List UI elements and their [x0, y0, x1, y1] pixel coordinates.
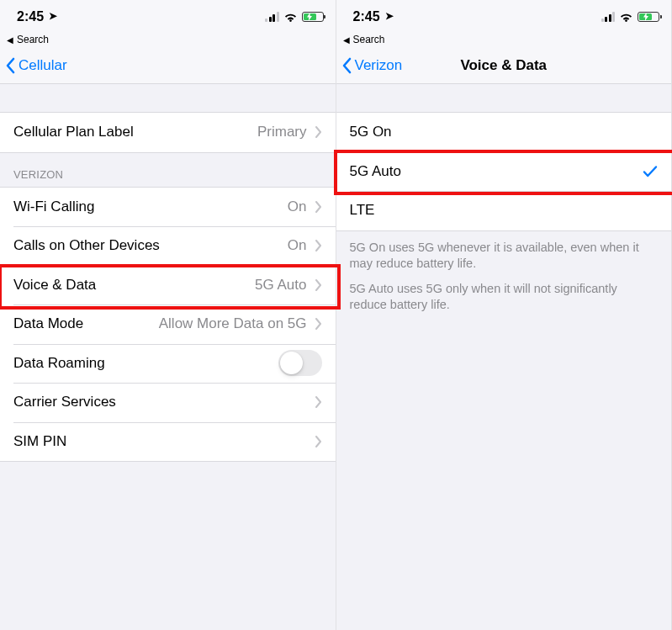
- wifi-icon: [283, 12, 298, 23]
- chevron-right-icon: [315, 318, 322, 330]
- group-header-verizon: VERIZON: [0, 153, 336, 187]
- row-label: Voice & Data: [13, 277, 96, 294]
- status-bar: 2:45 ➤: [336, 0, 672, 34]
- carrier-services-row[interactable]: Carrier Services: [0, 383, 336, 422]
- battery-icon: [302, 12, 324, 22]
- breadcrumb-text: Search: [17, 34, 49, 45]
- footnote-5g-on: 5G On uses 5G whenever it is available, …: [336, 231, 672, 278]
- status-right: [601, 12, 660, 23]
- back-label: Cellular: [19, 57, 67, 74]
- row-label: Data Mode: [13, 315, 83, 332]
- data-roaming-row[interactable]: Data Roaming: [0, 344, 336, 384]
- signal-icon: [601, 12, 616, 22]
- row-label: LTE: [350, 202, 375, 219]
- nav-header: Cellular: [0, 47, 336, 84]
- location-icon: ➤: [385, 10, 394, 22]
- back-button[interactable]: Cellular: [5, 57, 67, 74]
- filler: [0, 462, 336, 630]
- filler: [336, 319, 672, 630]
- chevron-left-icon: [341, 57, 353, 74]
- footnote-5g-auto: 5G Auto uses 5G only when it will not si…: [336, 278, 672, 319]
- row-value: Primary: [257, 124, 307, 140]
- toggle-knob: [280, 352, 303, 374]
- status-right: [265, 12, 324, 23]
- chevron-right-icon: [315, 201, 322, 213]
- row-value: 5G Auto: [255, 277, 306, 294]
- group-spacer: [0, 84, 336, 113]
- option-lte[interactable]: LTE: [336, 191, 672, 230]
- nav-header: Verizon Voice & Data: [336, 47, 672, 84]
- data-mode-row[interactable]: Data Mode Allow More Data on 5G: [0, 304, 336, 344]
- breadcrumb[interactable]: ◀ Search: [336, 34, 672, 47]
- row-label: Wi-Fi Calling: [13, 199, 94, 215]
- wifi-calling-row[interactable]: Wi-Fi Calling On: [0, 188, 336, 227]
- cellular-settings-screen: 2:45 ➤ ◀ Search Cellular Cellular Plan L…: [0, 0, 336, 630]
- time-text: 2:45: [17, 9, 44, 24]
- back-button[interactable]: Verizon: [341, 57, 403, 74]
- chevron-right-icon: [315, 126, 322, 138]
- time-text: 2:45: [353, 9, 380, 24]
- row-label: 5G On: [350, 124, 392, 140]
- row-value: On: [288, 199, 307, 215]
- chevron-left-icon: [5, 57, 17, 74]
- wifi-icon: [619, 12, 633, 23]
- breadcrumb[interactable]: ◀ Search: [0, 34, 336, 47]
- row-label: Calls on Other Devices: [13, 237, 160, 254]
- option-5g-auto[interactable]: 5G Auto: [336, 152, 672, 192]
- chevron-right-icon: [315, 396, 322, 408]
- row-label: SIM PIN: [13, 433, 66, 450]
- data-roaming-toggle[interactable]: [278, 350, 322, 376]
- chevron-right-icon: [315, 279, 322, 291]
- signal-icon: [265, 12, 279, 22]
- cellular-plan-label-row[interactable]: Cellular Plan Label Primary: [0, 113, 336, 152]
- row-label: Data Roaming: [13, 355, 105, 372]
- chevron-right-icon: [315, 436, 322, 447]
- row-label: Carrier Services: [13, 394, 116, 410]
- row-label: Cellular Plan Label: [13, 124, 134, 140]
- checkmark-icon: [643, 164, 658, 179]
- back-triangle-icon: ◀: [343, 35, 350, 45]
- status-time: 2:45 ➤: [353, 9, 394, 24]
- location-icon: ➤: [49, 10, 57, 22]
- plan-group: Cellular Plan Label Primary: [0, 113, 336, 153]
- voice-data-screen: 2:45 ➤ ◀ Search Verizon Voice & Data 5G …: [336, 0, 673, 630]
- breadcrumb-text: Search: [353, 34, 385, 45]
- row-value: On: [288, 237, 307, 254]
- back-label: Verizon: [355, 57, 403, 74]
- chevron-right-icon: [315, 240, 322, 251]
- group-spacer: [336, 84, 672, 113]
- battery-icon: [638, 12, 659, 22]
- option-5g-on[interactable]: 5G On: [336, 113, 672, 152]
- status-time: 2:45 ➤: [17, 9, 57, 24]
- sim-pin-row[interactable]: SIM PIN: [0, 422, 336, 462]
- row-value: Allow More Data on 5G: [159, 315, 307, 332]
- verizon-group: Wi-Fi Calling On Calls on Other Devices …: [0, 187, 336, 463]
- back-triangle-icon: ◀: [7, 35, 13, 45]
- voice-data-row[interactable]: Voice & Data 5G Auto: [0, 266, 336, 305]
- status-bar: 2:45 ➤: [0, 0, 336, 34]
- calls-other-devices-row[interactable]: Calls on Other Devices On: [0, 226, 336, 266]
- row-label: 5G Auto: [350, 163, 401, 180]
- mode-options-group: 5G On 5G Auto LTE: [336, 113, 672, 231]
